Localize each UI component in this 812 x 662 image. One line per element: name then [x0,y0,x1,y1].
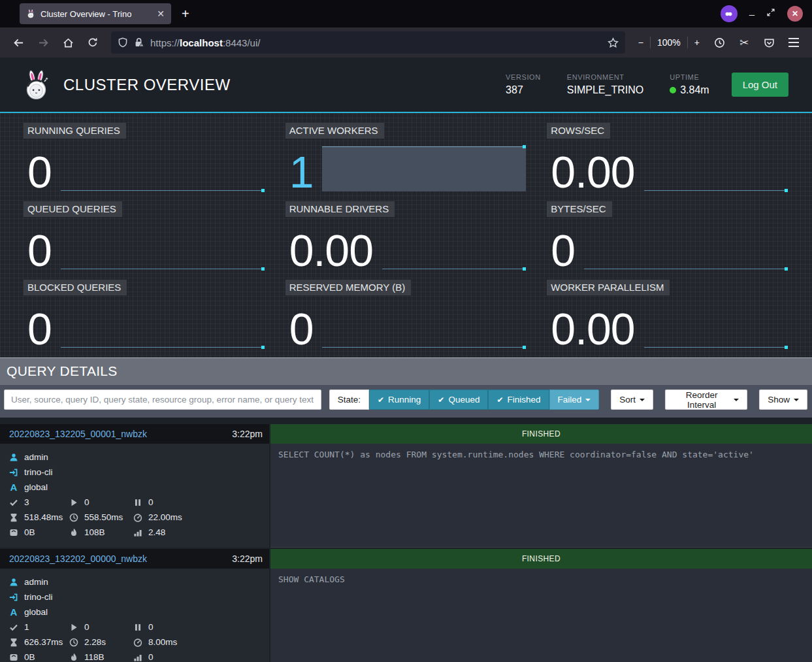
check-icon: ✔ [496,395,503,405]
stat-card-reserved-memory: RESERVED MEMORY (B) 0 [285,280,527,350]
current-memory: 0B [24,527,35,537]
history-clock-icon[interactable] [709,32,730,53]
window-close-button[interactable]: ✕ [787,6,803,22]
cluster-stats-section: RUNNING QUERIES 0 ACTIVE WORKERS 1 ROWS/… [0,113,812,357]
stat-value: 1 [285,152,314,193]
cpu-time: 2.28s [84,637,106,647]
query-status-badge: FINISHED [270,549,812,569]
zoom-out-button[interactable]: − [638,37,643,48]
query-details-title: QUERY DETAILS [0,357,812,385]
query-id-link[interactable]: 20220823_132202_00000_nwbzk [9,554,232,564]
user-icon [9,578,18,587]
screenshot-scissors-icon[interactable]: ✂ [734,32,755,53]
menu-hamburger-icon[interactable] [783,32,804,53]
current-memory-icon [9,653,18,662]
elapsed-time-icon [9,513,18,522]
stat-value: 0 [285,308,314,350]
reload-button[interactable] [82,32,103,53]
sparkline [322,303,526,350]
uptime-stat: UPTIME 3.84m [670,73,709,96]
peak-memory: 118B [84,652,105,662]
sparkline [584,225,788,271]
environment-label: ENVIRONMENT [567,73,643,81]
new-tab-button[interactable]: + [182,7,189,22]
stat-card-worker-parallelism: WORKER PARALLELISM 0.00 [547,280,788,350]
uptime-label: UPTIME [670,73,709,81]
zoom-level[interactable]: 100% [657,37,681,48]
stat-label: RESERVED MEMORY (B) [285,280,412,295]
window-minimize-button[interactable]: – [749,8,755,20]
elapsed-time-icon [9,638,18,647]
trino-favicon [26,9,35,18]
resource-group-icon: A [9,482,18,493]
stat-card-rows-sec: ROWS/SEC 0.00 [547,123,788,193]
completed-splits-icon [9,498,18,507]
stat-label: WORKER PARALLELISM [547,280,670,295]
execution-time: 22.00ms [148,512,182,522]
queued-splits-icon [133,498,142,507]
stat-card-runnable-drivers: RUNNABLE DRIVERS 0.00 [285,201,527,271]
cpu-time-icon [69,513,78,522]
cumulative-memory-icon [133,528,142,537]
sort-dropdown[interactable]: Sort [611,389,653,410]
caret-down-icon [640,399,645,401]
cumulative-memory-icon [133,653,142,662]
elapsed-time: 626.37ms [24,637,63,647]
running-splits: 0 [84,497,89,507]
query-resource-group: global [24,607,48,617]
stat-card-active-workers: ACTIVE WORKERS 1 [285,123,527,193]
state-filter-label: State: [329,389,369,410]
show-dropdown[interactable]: Show [759,389,807,410]
stat-label: RUNNABLE DRIVERS [285,201,395,217]
current-memory-icon [9,528,18,537]
queued-splits: 0 [148,497,154,507]
query-id-link[interactable]: 20220823_132205_00001_nwbzk [9,429,232,439]
running-splits: 0 [84,622,89,632]
queued-splits-icon [133,623,142,632]
environment-stat: ENVIRONMENT SIMPLE_TRINO [567,73,643,96]
private-browsing-icon [721,5,738,22]
back-button[interactable] [8,32,29,53]
caret-down-icon [734,399,739,401]
lock-warning-icon[interactable] [134,37,144,48]
source-icon [9,593,18,602]
sparkline [61,303,265,350]
filter-running-button[interactable]: ✔Running [369,389,429,410]
caret-down-icon [585,399,591,401]
cumulative-memory: 2.48 [148,527,165,537]
bookmark-star-icon[interactable] [608,37,619,48]
stat-card-running-queries: RUNNING QUERIES 0 [24,123,265,193]
environment-value: SIMPLE_TRINO [567,84,643,96]
execution-time-icon [133,638,142,647]
query-row: 20220823_132205_00001_nwbzk 3:22pm FINIS… [0,424,812,548]
query-source: trino-cli [24,467,53,477]
zoom-in-button[interactable]: + [694,37,700,48]
filter-queued-button[interactable]: ✔Queued [429,389,488,410]
filter-finished-button[interactable]: ✔Finished [488,389,549,410]
filter-failed-dropdown[interactable]: Failed [549,389,600,410]
forward-button[interactable] [33,32,54,53]
reorder-interval-dropdown[interactable]: Reorder Interval [665,389,747,410]
stat-value: 0.00 [547,152,634,193]
window-maximize-button[interactable] [766,8,775,20]
tracking-shield-icon[interactable] [118,37,128,48]
trino-logo [24,69,49,101]
separator [650,37,651,48]
stat-label: ROWS/SEC [547,123,610,139]
url-text[interactable]: https://localhost:8443/ui/ [150,37,602,48]
browser-tab[interactable]: Cluster Overview - Trino ✕ [20,3,171,24]
logout-button[interactable]: Log Out [732,73,788,97]
execution-time: 8.00ms [148,637,177,647]
pocket-icon[interactable] [758,32,779,53]
home-button[interactable] [57,32,78,53]
query-search-input[interactable] [4,389,321,410]
url-bar[interactable]: https://localhost:8443/ui/ [111,31,625,54]
query-time: 3:22pm [232,429,263,439]
query-time: 3:22pm [232,554,263,564]
check-icon: ✔ [438,395,444,405]
tab-close-icon[interactable]: ✕ [157,8,165,19]
query-row: 20220823_132202_00000_nwbzk 3:22pm FINIS… [0,549,812,662]
peak-memory-icon [69,528,78,537]
stat-value: 0 [24,308,52,350]
tab-title: Cluster Overview - Trino [41,9,152,19]
